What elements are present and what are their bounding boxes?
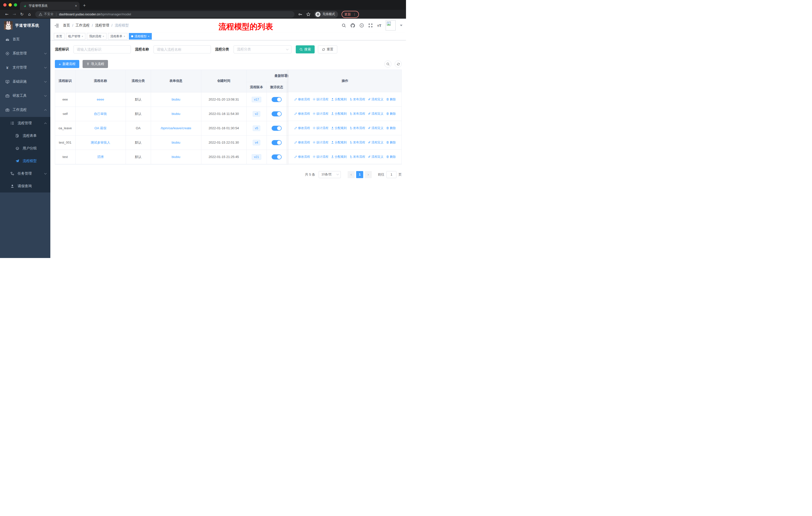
tab-close-icon[interactable]: × xyxy=(75,4,77,7)
minimize-window-button[interactable] xyxy=(8,3,12,6)
close-window-button[interactable] xyxy=(3,3,6,6)
forward-icon[interactable]: → xyxy=(10,12,18,17)
sidebar-item-task-management[interactable]: 任务管理 xyxy=(0,167,50,180)
form-info-link[interactable]: biubiu xyxy=(172,155,180,159)
next-page-button[interactable]: › xyxy=(365,171,372,178)
tag-close-icon[interactable]: × xyxy=(82,33,83,39)
delete-process-link[interactable]: 删除 xyxy=(386,97,396,102)
publish-process-link[interactable]: 发布流程 xyxy=(349,140,365,145)
process-definition-link[interactable]: 流程定义 xyxy=(368,140,384,145)
sidebar-item-payment[interactable]: ¥ 支付管理 xyxy=(0,60,50,75)
search-icon[interactable] xyxy=(342,23,346,28)
design-process-link[interactable]: 设计流程 xyxy=(313,112,328,116)
url-path[interactable]: /bpm/manager/model xyxy=(100,12,131,16)
page-size-select[interactable]: 10条/页 xyxy=(319,171,341,178)
delete-process-link[interactable]: 删除 xyxy=(386,112,396,116)
back-icon[interactable]: ← xyxy=(3,12,10,17)
sidebar-item-user-group[interactable]: 用户分组 xyxy=(0,142,50,155)
tag-close-icon[interactable]: × xyxy=(123,33,125,39)
sidebar-item-devtools[interactable]: 研发工具 xyxy=(0,89,50,103)
address-bar[interactable]: 不安全 dashboard.yudao.iocoder.cn/bpm/manag… xyxy=(35,11,294,18)
show-search-toggle-button[interactable] xyxy=(384,60,392,67)
font-size-icon[interactable]: тT xyxy=(377,23,381,28)
publish-process-link[interactable]: 发布流程 xyxy=(349,126,365,130)
sidebar-item-workflow[interactable]: 工作流程 xyxy=(0,103,50,117)
tag-tenant[interactable]: 租户管理 × xyxy=(66,33,85,39)
create-process-button[interactable]: + 新建流程 xyxy=(55,60,79,68)
model-name-link[interactable]: 自己审批 xyxy=(94,112,107,116)
edit-process-link[interactable]: 修改流程 xyxy=(294,126,310,130)
design-process-link[interactable]: 设计流程 xyxy=(313,97,328,102)
design-process-link[interactable]: 设计流程 xyxy=(313,126,328,130)
delete-process-link[interactable]: 删除 xyxy=(386,126,396,130)
filter-name-input[interactable] xyxy=(153,45,211,53)
model-name-link[interactable]: 测试多审批人 xyxy=(91,141,110,144)
page-number-button[interactable]: 1 xyxy=(356,171,363,178)
sidebar-logo[interactable]: 芋道管理系统 xyxy=(0,19,50,32)
active-switch[interactable] xyxy=(271,140,282,145)
breadcrumb-item[interactable]: 工作流程 xyxy=(76,23,90,28)
fullscreen-icon[interactable] xyxy=(368,23,373,28)
process-definition-link[interactable]: 流程定义 xyxy=(368,112,384,116)
sidebar-item-process-form[interactable]: 流程表单 xyxy=(0,130,50,142)
design-process-link[interactable]: 设计流程 xyxy=(313,155,328,159)
edit-process-link[interactable]: 修改流程 xyxy=(294,112,310,116)
search-button[interactable]: 搜索 xyxy=(296,45,315,53)
browser-menu-icon[interactable]: ⋮ xyxy=(353,12,356,16)
browser-tab[interactable]: 芋道管理系统 × xyxy=(20,2,80,10)
hamburger-icon[interactable] xyxy=(54,23,59,28)
form-info-link[interactable]: biubiu xyxy=(172,112,180,116)
form-info-link[interactable]: biubiu xyxy=(172,141,180,144)
filter-key-input[interactable] xyxy=(74,45,131,53)
avatar-caret-icon[interactable] xyxy=(400,25,403,26)
bookmark-star-icon[interactable] xyxy=(306,12,311,17)
breadcrumb-item[interactable]: 首页 xyxy=(63,23,70,28)
help-icon[interactable]: ? xyxy=(359,23,364,28)
assign-rule-link[interactable]: 分配规则 xyxy=(331,112,347,116)
zoom-window-button[interactable] xyxy=(14,3,17,6)
edit-process-link[interactable]: 修改流程 xyxy=(294,140,310,145)
filter-category-select[interactable]: 流程分类 xyxy=(234,45,291,53)
update-label[interactable]: 更新 xyxy=(344,12,351,17)
publish-process-link[interactable]: 发布流程 xyxy=(349,155,365,159)
tag-process-model[interactable]: 流程模型 × xyxy=(129,33,151,39)
tag-home[interactable]: 首页 xyxy=(54,33,64,39)
import-process-button[interactable]: 导入流程 xyxy=(83,60,108,68)
refresh-table-button[interactable] xyxy=(395,60,402,67)
edit-process-link[interactable]: 修改流程 xyxy=(294,97,310,102)
delete-process-link[interactable]: 删除 xyxy=(386,155,396,159)
process-definition-link[interactable]: 流程定义 xyxy=(368,97,384,102)
github-icon[interactable] xyxy=(350,23,355,28)
publish-process-link[interactable]: 发布流程 xyxy=(349,97,365,102)
model-name-link[interactable]: 滔博 xyxy=(97,155,104,159)
sidebar-item-home[interactable]: 首页 xyxy=(0,32,50,46)
assign-rule-link[interactable]: 分配规则 xyxy=(331,140,347,145)
process-definition-link[interactable]: 流程定义 xyxy=(368,155,384,159)
sidebar-item-process-model[interactable]: 流程模型 xyxy=(0,155,50,167)
model-name-link[interactable]: eeee xyxy=(97,98,104,101)
assign-rule-link[interactable]: 分配规则 xyxy=(331,97,347,102)
window-controls[interactable] xyxy=(3,3,17,6)
tag-my-process[interactable]: 我的流程 × xyxy=(87,33,106,39)
tag-close-icon[interactable]: × xyxy=(148,33,149,39)
form-info-link[interactable]: biubiu xyxy=(172,98,180,101)
breadcrumb-item[interactable]: 流程管理 xyxy=(95,23,109,28)
password-key-icon[interactable] xyxy=(298,12,302,17)
sidebar-item-process-management[interactable]: 流程管理 xyxy=(0,117,50,130)
active-switch[interactable] xyxy=(271,97,282,102)
sidebar-item-system[interactable]: 系统管理 xyxy=(0,46,50,60)
assign-rule-link[interactable]: 分配规则 xyxy=(331,126,347,130)
goto-page-input[interactable] xyxy=(386,171,397,178)
reset-button[interactable]: 重置 xyxy=(318,45,337,53)
tag-process-form[interactable]: 流程表单 × xyxy=(108,33,127,39)
browser-update-button[interactable]: 更新 ⋮ xyxy=(342,11,359,18)
tag-close-icon[interactable]: × xyxy=(103,33,104,39)
url-domain[interactable]: dashboard.yudao.iocoder.cn xyxy=(59,12,100,16)
design-process-link[interactable]: 设计流程 xyxy=(313,140,328,145)
sidebar-item-infrastructure[interactable]: 基础设施 xyxy=(0,75,50,89)
new-tab-button[interactable]: + xyxy=(83,3,86,8)
active-switch[interactable] xyxy=(271,111,282,116)
home-icon[interactable]: ⌂ xyxy=(26,12,33,17)
delete-process-link[interactable]: 删除 xyxy=(386,140,396,145)
model-name-link[interactable]: OA 请假 xyxy=(94,126,107,130)
